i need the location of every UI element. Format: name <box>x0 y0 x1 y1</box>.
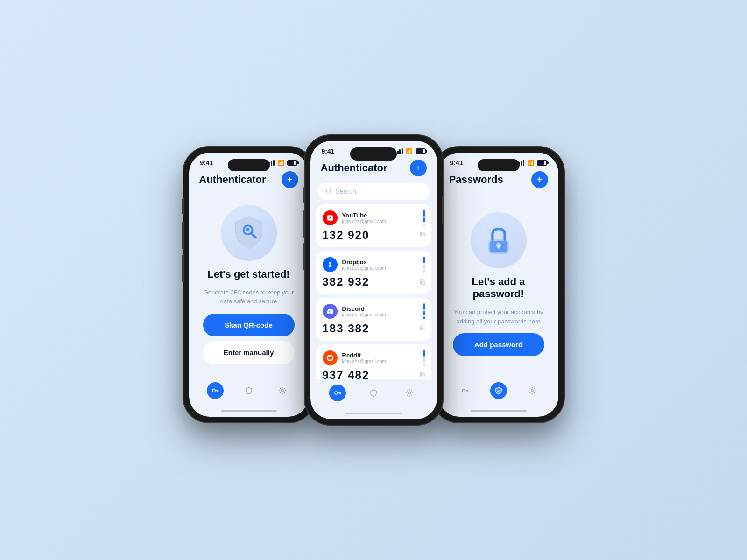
scan-qr-button[interactable]: Skan QR-code <box>203 314 295 336</box>
app-title-right: Passwords <box>449 174 503 186</box>
screen-right: 9:41 📶 <box>439 153 558 417</box>
auth-list-screen: 9:41 📶 <box>310 141 437 419</box>
hero-subtitle-left: Generate 2FA codes to keep your data saf… <box>202 288 296 306</box>
youtube-code: 132 920 <box>323 229 370 242</box>
nav-key-left[interactable] <box>207 382 224 399</box>
dropbox-name: Dropbox <box>342 259 386 266</box>
hero-title-left: Let's get started! <box>207 268 289 280</box>
nav-gear-center[interactable] <box>401 385 418 401</box>
dropbox-code: 382 932 <box>323 275 370 288</box>
wifi-icon-right: 📶 <box>527 160 534 166</box>
account-card-discord[interactable]: Discord john.doe@gmail.com 18 <box>316 298 431 341</box>
shield-icon-right <box>494 386 503 395</box>
key-icon-left <box>211 386 219 395</box>
reddit-email: john.doe@gmail.com <box>342 359 386 364</box>
svg-point-24 <box>531 390 533 392</box>
nav-gear-left[interactable] <box>274 382 291 399</box>
home-indicator-left <box>221 410 277 412</box>
dropbox-icon <box>323 257 338 272</box>
time-right: 9:41 <box>450 159 463 167</box>
phones-container: 9:41 📶 <box>183 135 564 425</box>
dropbox-copy-icon[interactable]: ⎘ <box>420 278 425 286</box>
gear-icon-left <box>278 386 287 395</box>
nav-key-center[interactable] <box>329 385 346 401</box>
home-indicator-right <box>471 410 527 412</box>
add-button-left[interactable]: + <box>282 171 298 188</box>
phone-right: 9:41 📶 <box>433 147 564 422</box>
wifi-icon-left: 📶 <box>277 160 284 166</box>
svg-point-4 <box>212 389 215 392</box>
svg-rect-19 <box>497 245 500 249</box>
lock-container <box>471 212 527 268</box>
youtube-name: YouTube <box>342 212 386 219</box>
nav-shield-left[interactable] <box>240 382 257 399</box>
reddit-timer <box>423 350 425 366</box>
passwords-hero: Let's add a password! You can protect yo… <box>439 192 558 377</box>
shield-container-left <box>221 205 277 261</box>
svg-point-11 <box>335 392 338 394</box>
discord-copy-icon[interactable]: ⎘ <box>420 324 425 333</box>
battery-icon-left <box>287 160 297 166</box>
bottom-nav-right <box>439 377 558 410</box>
account-info-reddit: Reddit john.doe@gmail.com <box>323 350 386 365</box>
gear-icon-right <box>528 386 536 395</box>
dynamic-island-left <box>228 159 270 171</box>
add-button-right[interactable]: + <box>531 171 548 188</box>
discord-timer <box>423 303 425 319</box>
search-icon <box>325 188 332 195</box>
youtube-icon <box>323 210 338 225</box>
auth-hero-left: Let's get started! Generate 2FA codes to… <box>189 192 309 377</box>
reddit-icon <box>323 350 338 365</box>
dropbox-timer <box>423 257 425 273</box>
dropbox-email: john.doe@gmail.com <box>342 266 386 271</box>
reddit-copy-icon[interactable]: ⎘ <box>420 371 425 379</box>
shield-icon-center <box>369 389 378 397</box>
account-card-youtube[interactable]: YouTube john.doe@gmail.com 13 <box>316 204 431 247</box>
shield-key-icon <box>230 214 268 252</box>
svg-point-15 <box>409 392 411 394</box>
youtube-copy-icon[interactable]: ⎘ <box>420 231 425 239</box>
svg-point-8 <box>281 390 283 392</box>
home-indicator-center <box>345 413 402 414</box>
discord-code: 183 382 <box>323 322 370 335</box>
add-password-button[interactable]: Add password <box>453 333 544 356</box>
lock-icon <box>482 224 515 257</box>
gear-icon-center <box>405 389 414 397</box>
account-card-dropbox[interactable]: Dropbox john.doe@gmail.com 38 <box>316 251 431 294</box>
screen-left: 9:41 📶 <box>189 153 309 417</box>
youtube-timer <box>423 210 425 226</box>
passwords-screen: 9:41 📶 <box>439 153 558 417</box>
search-placeholder: Search <box>336 188 356 195</box>
shield-icon-left <box>245 386 253 395</box>
add-button-center[interactable]: + <box>410 160 427 176</box>
app-title-left: Authenticator <box>199 174 266 186</box>
battery-icon-center <box>416 148 426 154</box>
svg-line-10 <box>330 193 331 194</box>
youtube-email: john.doe@gmail.com <box>342 219 386 224</box>
auth-empty-screen: 9:41 📶 <box>189 153 309 417</box>
account-info-dropbox: Dropbox john.doe@gmail.com <box>323 257 386 272</box>
discord-name: Discord <box>342 305 386 312</box>
nav-shield-center[interactable] <box>365 385 382 401</box>
reddit-code: 937 482 <box>323 369 370 379</box>
search-bar[interactable]: Search <box>318 183 430 200</box>
discord-email: john.doe@gmail.com <box>342 312 386 317</box>
enter-manually-button[interactable]: Enter manually <box>203 341 295 364</box>
dynamic-island-center <box>350 147 397 161</box>
nav-gear-right[interactable] <box>524 382 541 399</box>
hero-title-right: Let's add a password! <box>448 276 549 300</box>
nav-shield-right[interactable] <box>490 382 507 399</box>
dynamic-island-right <box>478 159 520 171</box>
wifi-icon-center: 📶 <box>406 148 413 154</box>
account-card-reddit[interactable]: Reddit john.doe@gmail.com 937 <box>316 344 431 379</box>
hero-subtitle-right: You can protect your accounts by adding … <box>452 308 545 326</box>
bottom-nav-left <box>189 377 309 410</box>
status-icons-right: 📶 <box>516 160 547 166</box>
svg-point-20 <box>462 389 465 392</box>
nav-key-right[interactable] <box>457 382 473 399</box>
battery-icon-right <box>537 160 547 166</box>
buttons-group-left: Skan QR-code Enter manually <box>198 314 299 364</box>
status-icons-left: 📶 <box>267 160 297 166</box>
svg-point-2 <box>246 228 249 231</box>
account-info-discord: Discord john.doe@gmail.com <box>323 304 386 319</box>
